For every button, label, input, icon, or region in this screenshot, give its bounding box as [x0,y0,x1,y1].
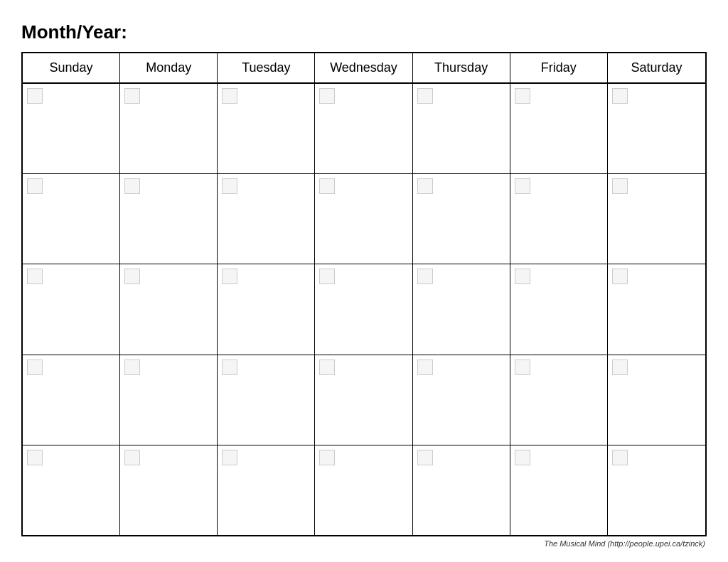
calendar-cell [315,174,412,264]
calendar-row [23,355,705,445]
calendar-cell [510,445,608,535]
date-box [319,88,335,104]
date-box [417,269,433,284]
date-box [124,450,140,465]
calendar-cell [23,84,120,173]
calendar-cell [413,264,510,354]
header-day-saturday: Saturday [608,53,705,82]
calendar-cell [218,174,315,264]
date-box [612,88,628,104]
date-box [124,360,140,375]
header-day-wednesday: Wednesday [315,53,412,82]
date-box [417,88,433,104]
calendar-cell [608,174,705,264]
calendar-cell [120,445,218,535]
date-box [124,269,140,284]
calendar-cell [510,264,608,354]
date-box [222,450,237,465]
date-box [319,269,335,284]
calendar-cell [413,174,510,264]
calendar-cell [608,355,705,445]
date-box [124,88,140,104]
date-box [515,269,530,284]
calendar-cell [510,355,608,445]
calendar-cell [315,264,412,354]
date-box [222,269,237,284]
calendar-cell [510,174,608,264]
header-day-thursday: Thursday [413,53,510,82]
calendar-cell [23,355,120,445]
date-box [27,178,43,194]
calendar-cell [315,355,412,445]
calendar-cell [218,264,315,354]
calendar-cell [218,84,315,173]
calendar-cell [413,445,510,535]
month-year-label: Month/Year: [21,21,707,43]
calendar-row [23,174,705,264]
calendar-cell [608,84,705,173]
page-container: Month/Year: SundayMondayTuesdayWednesday… [0,0,728,562]
calendar-cell [218,445,315,535]
calendar-cell [510,84,608,173]
calendar-row [23,264,705,355]
footer-credit: The Musical Mind (http://people.upei.ca/… [21,539,707,548]
date-box [319,360,335,375]
header-day-sunday: Sunday [23,53,120,82]
calendar-cell [218,355,315,445]
date-box [27,450,43,465]
calendar-cell [315,84,412,173]
calendar-cell [23,264,120,354]
date-box [319,178,335,194]
calendar-cell [608,264,705,354]
date-box [27,360,43,375]
date-box [515,88,530,104]
calendar: SundayMondayTuesdayWednesdayThursdayFrid… [21,52,707,536]
calendar-row [23,84,705,174]
date-box [612,269,628,284]
date-box [27,269,43,284]
calendar-header: SundayMondayTuesdayWednesdayThursdayFrid… [23,53,705,84]
header-day-tuesday: Tuesday [218,53,315,82]
calendar-cell [23,174,120,264]
date-box [515,178,530,194]
date-box [515,450,530,465]
date-box [417,178,433,194]
date-box [222,178,237,194]
calendar-cell [315,445,412,535]
date-box [417,450,433,465]
date-box [222,360,237,375]
date-box [417,360,433,375]
date-box [612,360,628,375]
calendar-cell [120,355,218,445]
date-box [27,88,43,104]
calendar-cell [413,84,510,173]
calendar-cell [120,84,218,173]
calendar-cell [413,355,510,445]
calendar-cell [120,264,218,354]
header-day-monday: Monday [120,53,218,82]
date-box [612,178,628,194]
calendar-row [23,445,705,535]
calendar-cell [23,445,120,535]
date-box [515,360,530,375]
calendar-cell [120,174,218,264]
date-box [319,450,335,465]
calendar-body [23,84,705,535]
date-box [124,178,140,194]
calendar-cell [608,445,705,535]
date-box [222,88,237,104]
date-box [612,450,628,465]
header-day-friday: Friday [510,53,608,82]
